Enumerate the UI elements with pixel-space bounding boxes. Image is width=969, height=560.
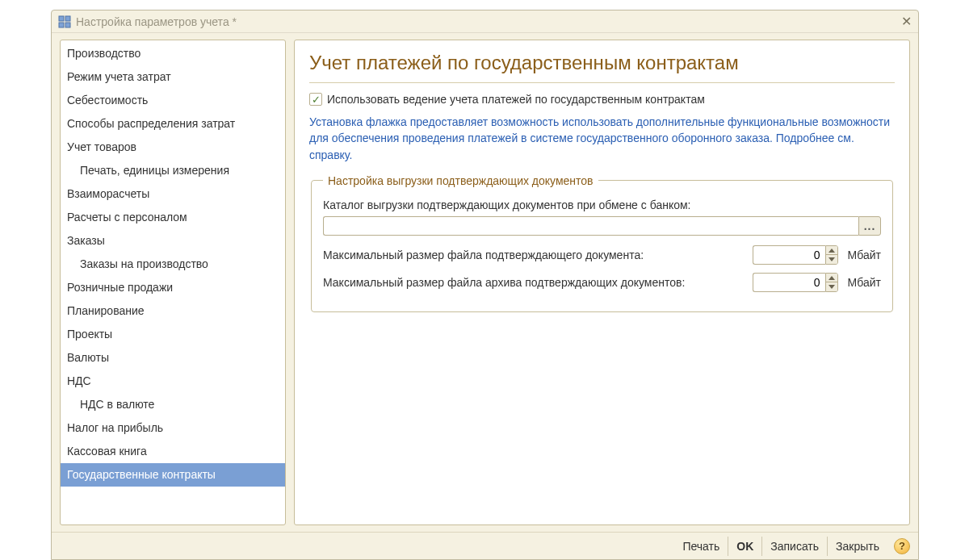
sidebar-item-5[interactable]: Печать, единицы измерения bbox=[61, 159, 285, 182]
sidebar-item-12[interactable]: Проекты bbox=[61, 323, 285, 346]
archive-size-down-button[interactable] bbox=[826, 282, 837, 291]
info-text: Установка флажка предоставляет возможнос… bbox=[309, 114, 895, 163]
use-tracking-label: Использовать ведение учета платежей по г… bbox=[327, 93, 705, 106]
footer: Печать OK Записать Закрыть ? bbox=[52, 532, 918, 559]
archive-size-spin-buttons bbox=[825, 273, 838, 292]
catalog-browse-button[interactable]: ... bbox=[858, 216, 881, 236]
sidebar-item-6[interactable]: Взаиморасчеты bbox=[61, 182, 285, 206]
window-title: Настройка параметров учета * bbox=[76, 15, 899, 28]
file-size-row: Максимальный размер файла подтверждающег… bbox=[323, 245, 881, 265]
content-panel: Учет платежей по государственным контрак… bbox=[294, 40, 910, 525]
sidebar-item-11[interactable]: Планирование bbox=[61, 299, 285, 323]
sidebar-item-4[interactable]: Учет товаров bbox=[61, 136, 285, 159]
sidebar-item-10[interactable]: Розничные продажи bbox=[61, 276, 285, 299]
sidebar-item-18[interactable]: Государственные контракты bbox=[61, 463, 285, 487]
svg-rect-0 bbox=[59, 16, 64, 21]
file-size-input[interactable] bbox=[753, 245, 825, 265]
export-settings-legend: Настройка выгрузки подтверждающих докуме… bbox=[323, 174, 598, 187]
svg-marker-4 bbox=[828, 249, 835, 253]
app-icon bbox=[58, 15, 71, 28]
svg-marker-7 bbox=[828, 285, 835, 289]
help-button[interactable]: ? bbox=[894, 538, 910, 554]
svg-rect-2 bbox=[59, 23, 64, 27]
close-button[interactable]: Закрыть bbox=[827, 537, 887, 556]
title-divider bbox=[309, 82, 895, 83]
sidebar-item-16[interactable]: Налог на прибыль bbox=[61, 416, 285, 440]
sidebar-item-3[interactable]: Способы распределения затрат bbox=[61, 112, 285, 136]
file-size-spinner bbox=[753, 245, 838, 265]
sidebar-item-15[interactable]: НДС в валюте bbox=[61, 393, 285, 416]
use-tracking-row: Использовать ведение учета платежей по г… bbox=[309, 93, 895, 106]
settings-window: Настройка параметров учета * ✕ Производс… bbox=[51, 10, 919, 560]
sidebar-item-0[interactable]: Производство bbox=[61, 42, 285, 65]
file-size-up-button[interactable] bbox=[826, 246, 837, 255]
svg-marker-5 bbox=[828, 257, 835, 261]
catalog-row: ... bbox=[323, 216, 881, 236]
sidebar-item-8[interactable]: Заказы bbox=[61, 229, 285, 253]
svg-rect-3 bbox=[65, 23, 70, 27]
sidebar-item-1[interactable]: Режим учета затрат bbox=[61, 65, 285, 89]
print-button[interactable]: Печать bbox=[674, 537, 728, 556]
window-body: ПроизводствоРежим учета затратСебестоимо… bbox=[52, 33, 918, 532]
sidebar-item-13[interactable]: Валюты bbox=[61, 346, 285, 370]
sidebar-item-14[interactable]: НДС bbox=[61, 370, 285, 393]
archive-size-up-button[interactable] bbox=[826, 274, 837, 282]
catalog-input[interactable] bbox=[323, 216, 858, 236]
sidebar-item-17[interactable]: Кассовая книга bbox=[61, 440, 285, 463]
save-button[interactable]: Записать bbox=[761, 537, 827, 556]
file-size-label: Максимальный размер файла подтверждающег… bbox=[323, 249, 748, 261]
svg-marker-6 bbox=[828, 276, 835, 280]
archive-size-label: Максимальный размер файла архива подтвер… bbox=[323, 276, 748, 289]
archive-size-input[interactable] bbox=[753, 273, 825, 292]
sidebar-item-2[interactable]: Себестоимость bbox=[61, 89, 285, 112]
archive-size-row: Максимальный размер файла архива подтвер… bbox=[323, 273, 881, 292]
use-tracking-checkbox[interactable] bbox=[309, 93, 322, 106]
archive-size-unit: Мбайт bbox=[848, 276, 881, 289]
file-size-down-button[interactable] bbox=[826, 254, 837, 264]
ok-button[interactable]: OK bbox=[728, 537, 761, 556]
file-size-unit: Мбайт bbox=[848, 249, 881, 261]
sidebar-item-9[interactable]: Заказы на производство bbox=[61, 253, 285, 276]
file-size-spin-buttons bbox=[825, 245, 838, 265]
titlebar: Настройка параметров учета * ✕ bbox=[52, 10, 918, 33]
close-icon[interactable]: ✕ bbox=[899, 15, 913, 29]
sidebar-item-7[interactable]: Расчеты с персоналом bbox=[61, 206, 285, 229]
archive-size-spinner bbox=[753, 273, 838, 292]
sidebar: ПроизводствоРежим учета затратСебестоимо… bbox=[60, 40, 286, 525]
svg-rect-1 bbox=[65, 16, 70, 21]
catalog-label: Каталог выгрузки подтверждающих документ… bbox=[323, 199, 881, 211]
page-title: Учет платежей по государственным контрак… bbox=[309, 52, 895, 74]
export-settings-group: Настройка выгрузки подтверждающих докуме… bbox=[311, 174, 893, 312]
